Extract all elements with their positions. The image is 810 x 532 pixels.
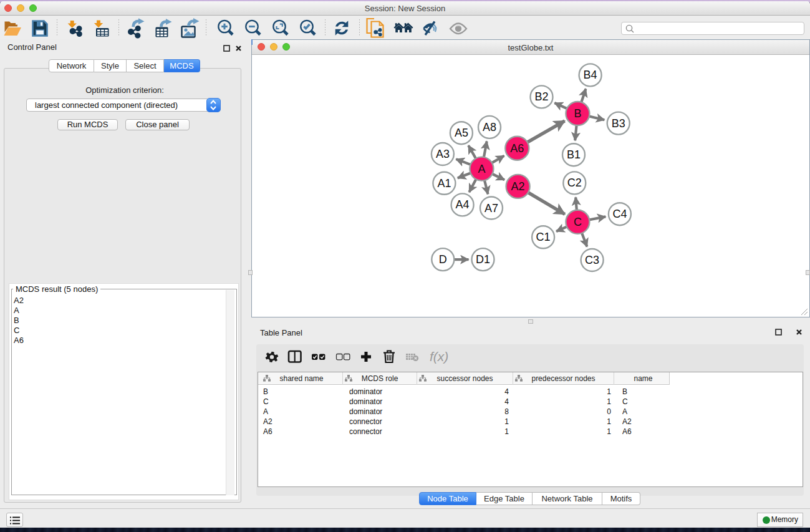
svg-text:C4: C4: [612, 208, 627, 220]
svg-text:C2: C2: [567, 177, 582, 189]
svg-text:A: A: [478, 163, 485, 175]
svg-text:B1: B1: [567, 148, 581, 161]
svg-text:A4: A4: [456, 198, 470, 211]
svg-text:A2: A2: [511, 180, 525, 193]
svg-text:f(x): f(x): [430, 349, 448, 364]
svg-text:C1: C1: [536, 231, 551, 243]
svg-text:A6: A6: [510, 142, 524, 155]
svg-text:B3: B3: [612, 117, 625, 130]
svg-text:B4: B4: [584, 69, 597, 81]
svg-text:A8: A8: [483, 121, 496, 133]
svg-text:D1: D1: [476, 253, 490, 266]
svg-text:B: B: [574, 107, 581, 120]
svg-text:C3: C3: [585, 254, 599, 266]
svg-text:A3: A3: [436, 148, 450, 160]
svg-text:D: D: [439, 253, 447, 266]
svg-text:B2: B2: [534, 90, 548, 103]
svg-text:A7: A7: [485, 202, 498, 215]
svg-text:A5: A5: [455, 127, 468, 139]
svg-text:C: C: [574, 216, 582, 228]
svg-text:A1: A1: [437, 177, 451, 190]
